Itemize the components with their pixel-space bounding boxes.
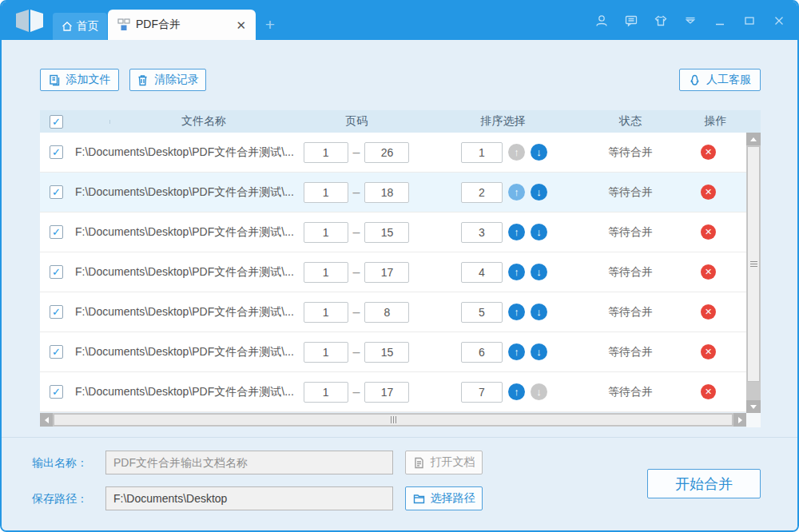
- move-down-button[interactable]: ↓: [531, 304, 547, 320]
- select-all-checkbox[interactable]: ✓: [50, 115, 63, 129]
- row-checkbox[interactable]: ✓: [50, 345, 63, 359]
- page-start-input[interactable]: [304, 222, 348, 243]
- page-range-separator: –: [353, 305, 360, 320]
- delete-row-button[interactable]: ✕: [701, 384, 716, 399]
- delete-row-button[interactable]: ✕: [701, 224, 716, 240]
- page-range-separator: –: [353, 145, 360, 160]
- vertical-scrollbar[interactable]: [746, 133, 761, 413]
- move-up-button[interactable]: ↑: [508, 264, 525, 280]
- new-tab-button[interactable]: +: [259, 14, 281, 35]
- page-start-input[interactable]: [304, 382, 348, 403]
- row-checkbox[interactable]: ✓: [50, 225, 63, 239]
- page-start-input[interactable]: [304, 302, 348, 323]
- move-up-button[interactable]: ↑: [508, 383, 525, 400]
- tab-close-icon[interactable]: ✕: [236, 19, 246, 31]
- move-up-button[interactable]: ↑: [508, 184, 525, 200]
- table-row: ✓ F:\Documents\Desktop\PDF文件合并测试\... – ↑…: [40, 332, 746, 372]
- table-row: ✓ F:\Documents\Desktop\PDF文件合并测试\... – ↑…: [40, 252, 746, 292]
- open-document-button[interactable]: 打开文档: [405, 451, 483, 474]
- page-end-input[interactable]: [364, 222, 409, 243]
- skin-icon[interactable]: [652, 12, 670, 30]
- page-start-input[interactable]: [304, 262, 348, 283]
- scroll-left-button[interactable]: [40, 413, 53, 427]
- scroll-up-button[interactable]: [746, 133, 761, 145]
- clear-records-button[interactable]: 清除记录: [129, 69, 206, 91]
- move-up-button[interactable]: ↑: [508, 304, 525, 320]
- output-name-input[interactable]: [105, 451, 393, 474]
- table-row: ✓ F:\Documents\Desktop\PDF文件合并测试\... – ↑…: [40, 292, 746, 332]
- sort-order-input[interactable]: [461, 182, 503, 203]
- row-checkbox[interactable]: ✓: [50, 185, 63, 199]
- status-text: 等待合并: [590, 145, 670, 160]
- folder-icon: [413, 493, 425, 505]
- support-button[interactable]: 人工客服: [679, 69, 761, 91]
- page-range-separator: –: [353, 225, 360, 240]
- tab-pdf-merge[interactable]: PDF合并 ✕: [108, 10, 256, 40]
- support-label: 人工客服: [706, 73, 751, 87]
- move-down-button[interactable]: ↓: [531, 144, 547, 161]
- menu-arrow-icon[interactable]: [682, 12, 699, 30]
- move-down-button[interactable]: ↓: [531, 184, 547, 200]
- message-icon[interactable]: [622, 12, 640, 30]
- start-merge-button[interactable]: 开始合并: [647, 469, 761, 498]
- delete-row-button[interactable]: ✕: [701, 304, 716, 320]
- sort-order-input[interactable]: [461, 142, 503, 163]
- close-icon[interactable]: [770, 12, 788, 30]
- move-down-button[interactable]: ↓: [531, 343, 547, 360]
- file-path: F:\Documents\Desktop\PDF文件合并测试\...: [75, 225, 297, 240]
- user-icon[interactable]: [593, 12, 610, 30]
- delete-row-button[interactable]: ✕: [701, 185, 716, 200]
- row-checkbox[interactable]: ✓: [50, 265, 63, 279]
- page-range-separator: –: [353, 345, 360, 359]
- merge-icon: [117, 18, 130, 31]
- vertical-scroll-thumb[interactable]: [747, 146, 760, 382]
- scroll-down-button[interactable]: [746, 400, 761, 413]
- page-range-separator: –: [353, 185, 360, 200]
- page-start-input[interactable]: [304, 182, 348, 203]
- main-content: 添加文件 清除记录 人工客服 ✓ 文件名称 页码 排序选择 状态 操作: [2, 40, 797, 530]
- footer-divider: [2, 437, 797, 438]
- sort-order-input[interactable]: [461, 382, 503, 403]
- move-up-button[interactable]: ↑: [508, 144, 525, 161]
- page-end-input[interactable]: [364, 262, 409, 283]
- move-down-button[interactable]: ↓: [531, 224, 547, 240]
- delete-row-button[interactable]: ✕: [701, 145, 716, 160]
- minimize-icon[interactable]: [711, 12, 729, 30]
- scrollbar-corner: [746, 413, 761, 427]
- header-action: 操作: [670, 114, 761, 129]
- choose-path-button[interactable]: 选择路径: [405, 486, 483, 510]
- move-down-button[interactable]: ↓: [531, 264, 547, 280]
- sort-order-input[interactable]: [461, 342, 503, 363]
- file-path: F:\Documents\Desktop\PDF文件合并测试\...: [75, 145, 297, 160]
- add-files-button[interactable]: 添加文件: [40, 69, 119, 91]
- save-path-input[interactable]: [105, 486, 393, 510]
- page-range-separator: –: [353, 385, 360, 399]
- row-checkbox[interactable]: ✓: [50, 145, 63, 159]
- maximize-icon[interactable]: [741, 12, 758, 30]
- tab-home[interactable]: 首页: [53, 13, 107, 40]
- page-start-input[interactable]: [304, 342, 348, 363]
- horizontal-scroll-thumb[interactable]: [54, 414, 733, 426]
- page-start-input[interactable]: [304, 142, 348, 163]
- page-end-input[interactable]: [364, 142, 409, 163]
- page-end-input[interactable]: [364, 342, 409, 363]
- move-up-button[interactable]: ↑: [508, 343, 525, 360]
- delete-row-button[interactable]: ✕: [701, 264, 716, 280]
- titlebar-icons: [593, 2, 788, 40]
- sort-order-input[interactable]: [461, 222, 503, 243]
- row-checkbox[interactable]: ✓: [50, 305, 63, 319]
- tab-pdf-merge-label: PDF合并: [136, 18, 181, 32]
- move-down-button[interactable]: ↓: [531, 383, 547, 400]
- page-end-input[interactable]: [364, 382, 409, 403]
- sort-order-input[interactable]: [461, 262, 503, 283]
- page-end-input[interactable]: [364, 182, 409, 203]
- horizontal-scrollbar[interactable]: [40, 413, 746, 427]
- delete-row-button[interactable]: ✕: [701, 344, 716, 359]
- status-text: 等待合并: [590, 345, 670, 359]
- sort-order-input[interactable]: [461, 302, 503, 323]
- file-path: F:\Documents\Desktop\PDF文件合并测试\...: [75, 345, 297, 359]
- page-end-input[interactable]: [364, 302, 409, 323]
- scroll-right-button[interactable]: [733, 413, 746, 427]
- move-up-button[interactable]: ↑: [508, 224, 525, 240]
- row-checkbox[interactable]: ✓: [50, 385, 63, 399]
